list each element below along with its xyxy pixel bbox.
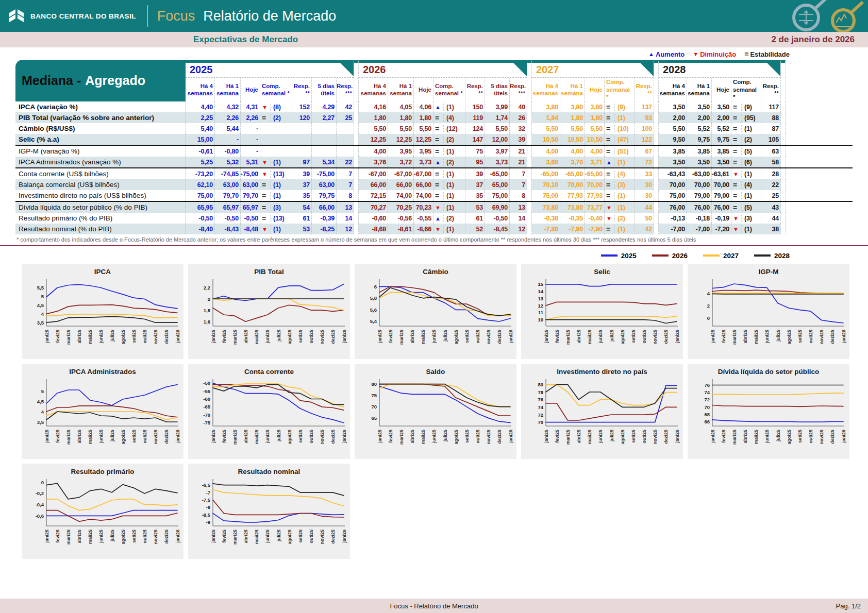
table-title-suffix: Agregado [85, 73, 145, 88]
year-values-2028: 75,0079,0079,00=(1)25 [659, 190, 780, 201]
value-cell: 70,00 [711, 179, 731, 190]
x-tick-label: abr/25 [243, 430, 248, 444]
y-tick-label: 5,5 [37, 285, 44, 291]
value-cell: -75,00 [240, 168, 260, 179]
series-2028-line [379, 384, 510, 407]
x-tick-label: mar/25 [232, 430, 238, 445]
column-header: Resp. ** [292, 78, 311, 101]
value-cell: 2,00 [687, 112, 711, 123]
respondents-cell: 61 [465, 213, 485, 224]
x-tick-label: fev/25 [721, 330, 726, 343]
stability-icon: = [435, 170, 442, 178]
chart-plot: 767472706866jan/25fev/25mar/25abr/25mai/… [690, 377, 847, 458]
stability-icon: = [606, 225, 613, 233]
down-triangle-icon: ▼ [693, 51, 698, 57]
stability-icon: = [733, 135, 740, 144]
x-tick-label: abr/25 [576, 430, 581, 444]
value-cell: 3,73 [413, 157, 433, 167]
weekly-comparison-cell: ▲(1) [604, 157, 634, 167]
weekly-comparison-cell: =(1) [731, 123, 761, 134]
value-cell: 1,80 [585, 112, 604, 123]
value-cell: 73,80 [560, 202, 585, 213]
value-cell: 2,00 [711, 112, 731, 123]
value-cell: -63,61 [711, 168, 731, 179]
weeks-count: (1) [614, 192, 632, 199]
stability-icon: = [435, 181, 442, 189]
x-tick-label: mai/25 [88, 530, 93, 544]
weekly-comparison-cell: =(13) [260, 213, 292, 224]
column-header: Resp. ** [465, 78, 485, 101]
stability-icon: = [606, 125, 613, 133]
x-tick-label: ago/25 [287, 430, 292, 445]
weeks-count: (2) [443, 215, 463, 222]
respondents-5d-cell: 12 [336, 224, 354, 234]
weekly-comparison-cell: =(47) [604, 134, 634, 145]
block-gap [354, 157, 359, 167]
stability-icon: = [733, 158, 740, 166]
chart-plot: 420jan/25fev/25mar/25abr/25mai/25jun/25j… [690, 277, 847, 358]
year-tab-2025: 2025 [186, 63, 354, 77]
y-tick-label: 2 [208, 296, 210, 302]
chart-title: IGP-M [690, 268, 847, 276]
year-values-2025: 15,00-- [186, 134, 354, 145]
x-tick-label: jun/25 [98, 330, 104, 344]
respondents-cell: 97 [292, 157, 311, 167]
series-2027-line [213, 299, 344, 310]
x-tick-label: set/25 [131, 530, 137, 543]
value-cell: 76,00 [659, 202, 687, 213]
x-tick-label: jul/25 [776, 430, 781, 442]
series-2026-line [712, 405, 843, 407]
x-tick-label: nov/25 [486, 330, 491, 345]
value-cell: 3,60 [532, 157, 560, 167]
weeks-count: (1) [741, 125, 759, 132]
value-cell: -63,43 [659, 168, 687, 179]
y-tick-label: 75 [371, 393, 377, 398]
value-cell: -0,13 [659, 213, 687, 224]
x-tick-label: jan/25 [377, 330, 382, 344]
weeks-count: (13) [270, 171, 290, 178]
five-days-cell: 1,74 [485, 112, 509, 123]
brand: BANCO CENTRAL DO BRASIL [0, 8, 136, 24]
value-cell: 76,00 [687, 202, 711, 213]
weeks-count: (1) [443, 181, 463, 189]
table-row-conta-corrente-us-bilhoes: Conta corrente (US$ bilhões)-73,20-74,85… [15, 167, 853, 179]
value-cell: 10,50 [532, 134, 560, 145]
report-subtitle: Expectativas de Mercado [193, 35, 298, 45]
chart-plot: 807876747270jan/25fev/25mar/25abr/25mai/… [523, 377, 681, 458]
page: BANCO CENTRAL DO BRASIL Focus Relatório … [0, 0, 868, 613]
chart-title: Resultado nominal [190, 468, 348, 475]
stability-icon: = [733, 192, 740, 200]
chart-plot: -50-55-60-65-70-75jan/25fev/25mar/25abr/… [190, 377, 348, 458]
table-title-prefix: Mediana - [22, 73, 81, 88]
weekly-comparison-cell: =(3) [260, 202, 292, 213]
respondents-5d-cell: 42 [336, 101, 354, 112]
respondents-cell: 37 [465, 179, 485, 190]
y-tick-label: -9 [206, 519, 210, 525]
value-cell: -74,85 [214, 168, 240, 179]
weekly-comparison-cell: =(5) [731, 202, 761, 213]
y-tick-label: 4,5 [37, 399, 44, 404]
block-gap [354, 190, 359, 201]
x-tick-label: abr/25 [243, 530, 248, 543]
chart-plot: 5,554,543,5jan/25fev/25mar/25abr/25mai/2… [24, 277, 181, 358]
x-tick-label: jul/25 [276, 530, 281, 542]
down-triangle-icon: ▼ [435, 226, 442, 232]
x-tick-label: jun/25 [764, 430, 770, 444]
respondents-5d-cell: 7 [336, 168, 354, 179]
block-gap [654, 101, 659, 112]
weeks-count: (9) [614, 104, 632, 111]
down-triangle-icon: ▼ [733, 171, 740, 177]
x-tick-label: dez/25 [164, 430, 169, 444]
respondents-5d-cell: 13 [509, 202, 527, 213]
x-tick-label: set/25 [631, 330, 636, 343]
year-values-2028: 76,0076,0076,00=(5)43 [659, 202, 780, 213]
stability-icon: = [262, 114, 269, 122]
y-tick-label: -65 [203, 404, 210, 410]
value-cell: -0,19 [711, 213, 731, 224]
value-cell: 66,00 [388, 179, 413, 190]
table-right-edge [780, 134, 786, 145]
respondents-5d-cell [336, 134, 354, 145]
y-tick-label: 5,6 [370, 307, 377, 313]
value-cell: -8,48 [240, 224, 260, 234]
weekly-comparison-cell: =(1) [433, 146, 465, 157]
